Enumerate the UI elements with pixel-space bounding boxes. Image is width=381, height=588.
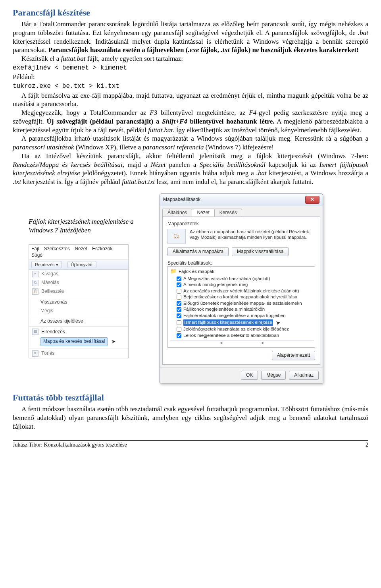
tree-option[interactable]: Leírók megjelenítése a betekintő ablaktá… xyxy=(170,333,314,339)
paragraph-3: A fájlt bemásolva az exe-fájl mappájába,… xyxy=(13,91,368,109)
label: Elrendezés xyxy=(41,329,65,335)
reset-folders-button[interactable]: Mappák visszaállítása xyxy=(232,247,289,256)
text: lesz, ami nem indul el, ha parancsfájlké… xyxy=(155,178,313,186)
text: kiterjesztést is. Így a fájlnév például xyxy=(21,178,122,186)
paragraph-2: Készítsük el a futtat.bat fájlt, amely e… xyxy=(13,54,368,63)
tab-panel-nezet: Mappanézetek 🗂 Az ebben a mappában haszn… xyxy=(162,217,320,364)
menu-szerkesztes[interactable]: Szerkesztés xyxy=(44,246,70,251)
paste-icon: 📋 xyxy=(32,288,38,295)
text: (Windows 7) kifejezésre! xyxy=(204,143,274,151)
option-label: Leírók megjelenítése a betekintő ablaktá… xyxy=(183,333,279,339)
option-label: Fájlikonok megjelenítése a miniatűrökön xyxy=(183,306,265,313)
tree-option[interactable]: Az operációs rendszer védett fájljainak … xyxy=(170,288,314,294)
tree-option[interactable]: Jelölőnégyzetek használata az elemek kij… xyxy=(170,326,314,333)
paragraph-5: A parancsfájlokba írható utasítások list… xyxy=(13,134,368,152)
option-checkbox[interactable] xyxy=(177,301,181,306)
group-title: Mappanézetek xyxy=(167,221,315,227)
scrollbar-indicator[interactable]: ◄ ――――――――― ► xyxy=(170,340,314,346)
label: Beillesztés xyxy=(41,288,64,294)
bold-text: Parancsfájlok használata esetén a fájlne… xyxy=(48,46,188,54)
tree-option[interactable]: Előugró üzenetek megjelenítése mappa- és… xyxy=(170,300,314,307)
menu-item-megis[interactable]: Mégis xyxy=(29,307,128,315)
special-settings-label: Speciális beállítások: xyxy=(167,260,315,266)
filename-futtat-bat-txt: futtat.bat.txt xyxy=(122,178,155,186)
explorer-menubar: Fájl Szerkesztés Nézet Eszközök Súgó xyxy=(29,245,128,260)
option-checkbox[interactable] xyxy=(177,333,181,338)
tab-kereses[interactable]: Keresés xyxy=(214,209,242,217)
menu-item-visszavonas[interactable]: Visszavonás xyxy=(29,298,128,306)
tab-altalanos[interactable]: Általános xyxy=(162,209,192,217)
filename-futtat: futtat.bat xyxy=(61,55,86,62)
menu-eszkozok[interactable]: Eszközök xyxy=(92,246,112,251)
text: Készítsük el a xyxy=(21,55,61,62)
menu-item-mappa-kereses-beallitasai[interactable]: Mappa és keresés beállításai➤ xyxy=(29,336,128,347)
footer-page-number: 2 xyxy=(366,441,368,449)
menu-item-elrendezes[interactable]: ▦Elrendezés xyxy=(29,327,128,336)
option-checkbox[interactable] xyxy=(177,277,181,281)
ok-button[interactable]: OK xyxy=(241,371,258,380)
option-label: Fájlméretadatok megjelenítése a mappa ti… xyxy=(183,313,286,319)
specialis-beallitasok: Speciális beállításoknál xyxy=(200,161,266,168)
tree-option[interactable]: A menük mindig jelenjenek meg xyxy=(170,282,314,288)
close-button[interactable]: ✕ xyxy=(305,196,319,204)
menu-sugo[interactable]: Súgó xyxy=(31,252,42,258)
text: fájlt, amely egyetlen sort tartalmaz: xyxy=(85,55,183,62)
menu-item-masolas[interactable]: ⧉Másolás xyxy=(29,279,128,287)
folder-icon: 📁 xyxy=(170,268,177,275)
paragraph-1: Bár a TotalCommander parancssorának legö… xyxy=(13,20,368,54)
option-checkbox[interactable] xyxy=(177,320,181,325)
option-checkbox[interactable] xyxy=(177,282,181,287)
text: Megjegyezzük, hogy a TotalCommander az xyxy=(21,109,150,116)
menu-item-osszes-kijelolese[interactable]: Az összes kijelölése xyxy=(29,317,128,325)
panel-nezet: Nézet xyxy=(151,161,166,168)
tree-option[interactable]: Fájlméretadatok megjelenítése a mappa ti… xyxy=(170,313,314,319)
cancel-button[interactable]: Mégse xyxy=(261,371,286,380)
text: , majd a xyxy=(123,161,151,168)
ext-txt: .txt xyxy=(13,178,21,186)
text: kapcsoljuk ki az xyxy=(266,161,319,168)
tree-option[interactable]: Fájlikonok megjelenítése a miniatűrökön xyxy=(170,306,314,313)
bold-text: fájlok, xyxy=(199,46,221,54)
tree-option[interactable]: A Megosztás varázsló használata (ajánlot… xyxy=(170,276,314,282)
ext-bat: .bat xyxy=(256,169,267,177)
label: Az összes kijelölése xyxy=(40,318,83,324)
option-label: Ismert fájltípusok kiterjesztéseinek elr… xyxy=(183,319,273,326)
text: jelölőnégyzetet). Ennek hiányában ugyani… xyxy=(80,169,256,177)
menu-fajl[interactable]: Fájl xyxy=(31,246,39,251)
filename-futtat: futtat.bat xyxy=(148,126,173,134)
tree-option[interactable]: Ismert fájltípusok kiterjesztéseinek elr… xyxy=(170,319,314,327)
default-button[interactable]: Alapértelmezett xyxy=(272,351,315,360)
option-label: Bejelentkezéskor a korábbi mappaablakok … xyxy=(183,294,297,300)
paragraph-7: A fenti módszer használata esetén több t… xyxy=(13,405,368,431)
label: Visszavonás xyxy=(40,299,67,305)
option-checkbox[interactable] xyxy=(177,327,181,332)
label: Mégis xyxy=(40,308,53,314)
paragraph-6: Ha az Intézővel készítünk parancsfájlt, … xyxy=(13,152,368,186)
group-desc: Az ebben a mappában használt nézetet (pé… xyxy=(190,229,315,240)
label: Kivágás xyxy=(41,271,58,277)
option-checkbox[interactable] xyxy=(177,307,181,312)
apply-to-folders-button[interactable]: Alkalmazás a mappákra xyxy=(167,247,229,256)
tree-option[interactable]: Bejelentkezéskor a korábbi mappaablakok … xyxy=(170,294,314,300)
toolbar-rendezes[interactable]: Rendezés ▾ xyxy=(31,261,62,268)
delete-icon: ✕ xyxy=(32,350,38,357)
tab-nezet[interactable]: Nézet xyxy=(192,209,214,217)
cursor-icon: ➤ xyxy=(275,319,281,327)
bold-text: billentyűvel hozhatunk létre. xyxy=(187,118,275,125)
menu-item-beillesztes[interactable]: 📋Beillesztés xyxy=(29,287,128,296)
menu-nezet[interactable]: Nézet xyxy=(75,246,87,251)
menu-item-torles[interactable]: ✕Törlés xyxy=(29,349,128,358)
menu-item-kivagas[interactable]: ✂Kivágás xyxy=(29,270,128,279)
option-checkbox[interactable] xyxy=(177,289,181,294)
bold-text: Új szövegfájlt (például parancsfájlt) a xyxy=(47,118,162,125)
label: Mappa és keresés beállításai xyxy=(40,337,108,346)
ext-txt: .txt xyxy=(221,46,230,54)
text: A parancsfájlokba írható utasítások list… xyxy=(21,135,368,142)
option-checkbox[interactable] xyxy=(177,313,181,318)
dialog-button-row: OK Mégse Alkalmaz xyxy=(160,367,323,383)
option-checkbox[interactable] xyxy=(177,295,181,300)
apply-button[interactable]: Alkalmaz xyxy=(289,371,319,380)
figure-row: Fájlok kiterjesztésének megjelenítése a … xyxy=(13,193,368,383)
label: Másolás xyxy=(41,280,59,286)
toolbar-uj-konyvtar[interactable]: Új könyvtár xyxy=(67,261,96,268)
